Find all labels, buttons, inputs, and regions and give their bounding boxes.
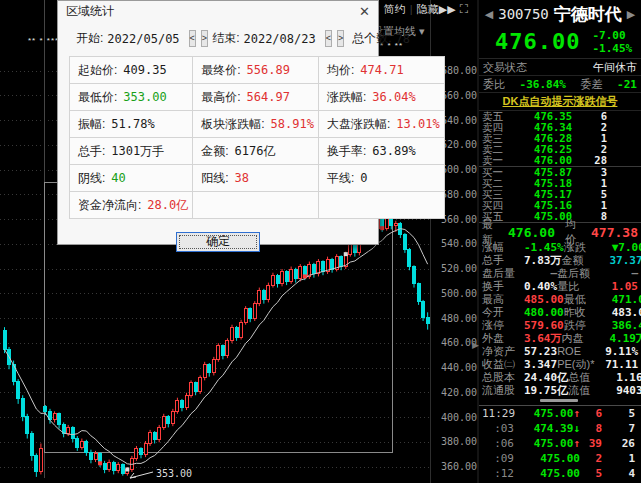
start-prev-button[interactable]: < xyxy=(189,30,196,47)
stock-app-window: 680.00660.00640.00620.00600.00580.00560.… xyxy=(0,0,641,483)
order-book-row[interactable]: 卖一476.0028 xyxy=(479,155,641,166)
count-value: 78 xyxy=(396,32,410,46)
tick-text: 2 xyxy=(580,451,604,466)
stat-text: 总股本 xyxy=(482,371,524,384)
stat-text: 0.40% xyxy=(524,280,557,293)
stat-cell: 阴线:40 xyxy=(70,165,193,192)
stat-text: 4.19万 xyxy=(610,332,641,345)
end-label: 结束: xyxy=(212,30,239,47)
stat-cell: 换手率:63.89% xyxy=(318,138,444,165)
stat-text: 金额 xyxy=(562,254,610,267)
stat-cell: 大盘涨跌幅:13.01% xyxy=(318,111,444,138)
stat-row: 总股本24.40亿 总值1.16万亿 xyxy=(479,371,641,384)
stat-text: 579.60 xyxy=(524,319,564,332)
tick-text: :03 xyxy=(482,421,518,436)
scrollbar-thumb[interactable] xyxy=(540,399,578,402)
stat-cell: 平线:0 xyxy=(318,165,444,192)
order-book-row[interactable]: 买五475.008 xyxy=(479,211,641,222)
ob-qty: 28 xyxy=(572,155,641,166)
stat-text: -1.45% xyxy=(524,241,564,254)
dialog-title: 区域统计 xyxy=(66,3,114,20)
svg-text:480.00: 480.00 xyxy=(441,313,477,324)
stat-row: 涨停579.60 跌停386.40 xyxy=(479,319,641,332)
stat-cell: 资金净流向:28.0亿 xyxy=(70,192,193,219)
hide-panel-button[interactable]: 隐藏▶▶ xyxy=(417,2,456,17)
svg-text:580.00: 580.00 xyxy=(441,189,477,200)
dk-signal-link[interactable]: DK点自动提示涨跌信号 xyxy=(503,94,618,109)
ob-price: 475.00 xyxy=(516,211,572,222)
weibi-label: 委比 xyxy=(483,77,505,92)
tick-text: 39 xyxy=(580,436,604,451)
tick-row: :12475.0054 xyxy=(479,466,641,481)
table-row: 总手:1301万手金额:6176亿换手率:63.89% xyxy=(70,138,445,165)
end-next-button[interactable]: > xyxy=(337,30,344,47)
stat-text: 净资产 xyxy=(482,345,524,358)
table-row: 阴线:40阳线:38平线:0 xyxy=(70,165,445,192)
region-stats-table: 起始价:409.35最终价:556.89均价:474.71最低价:353.00最… xyxy=(69,56,445,219)
tick-text: 1 xyxy=(604,451,638,466)
next-stock-icon[interactable]: ▶ xyxy=(627,8,635,21)
last-price: 476.00 xyxy=(495,29,580,54)
simple-mode-button[interactable]: 简约 xyxy=(384,2,406,17)
stat-text: 471.00 xyxy=(612,293,641,306)
stat-text: 最低 xyxy=(564,293,612,306)
stat-text: 最高 xyxy=(482,293,524,306)
tick-text: :12 xyxy=(482,466,518,481)
tick-list[interactable]: 11:29475.00↑65:03474.39↓87:06475.00↑3926… xyxy=(479,406,641,483)
tick-text: :09 xyxy=(482,451,518,466)
chart-toolbar: | 简约 | 隐藏▶▶ ⛶ xyxy=(377,0,477,18)
order-book: 卖五476.356卖四476.342卖三476.281卖二476.252卖一47… xyxy=(479,111,641,222)
panel-scrollbar[interactable] xyxy=(479,397,641,406)
latest-row: 最新 476.00 均价 477.38 xyxy=(479,222,641,241)
stats-section: 涨幅-1.45% 涨跌▼7.00总手7.83万 金额37.37亿盘后量— 盘后额… xyxy=(479,241,641,397)
stat-cell: 最终价:556.89 xyxy=(193,57,319,84)
stat-cell: 阳线:38 xyxy=(193,165,319,192)
stat-text: 57.23 xyxy=(524,345,557,358)
start-label: 开始: xyxy=(76,30,103,47)
toolbar-separator: | xyxy=(410,3,413,15)
stat-text: — xyxy=(524,267,557,280)
stat-text: 1.16万亿 xyxy=(616,371,641,384)
stat-text: 485.00 xyxy=(524,293,564,306)
dk-signal-row: DK点自动提示涨跌信号 xyxy=(479,93,641,111)
stat-cell: 板块涨跌幅:58.91% xyxy=(193,111,319,138)
svg-text:640.00: 640.00 xyxy=(441,115,477,126)
svg-text:680.00: 680.00 xyxy=(441,65,477,76)
stat-text: 涨幅 xyxy=(482,241,524,254)
panel-collapse-handle[interactable]: ▶ xyxy=(472,340,479,350)
start-next-button[interactable]: > xyxy=(201,30,208,47)
stat-row: 最高485.00 最低471.00 xyxy=(479,293,641,306)
tick-text: 8 xyxy=(580,421,604,436)
stat-text: 流通股 xyxy=(482,384,524,397)
stat-text: 总手 xyxy=(482,254,524,267)
stat-text: ROE xyxy=(557,345,605,358)
end-prev-button[interactable]: < xyxy=(325,30,332,47)
stat-cell: 起始价:409.35 xyxy=(70,57,193,84)
svg-text:360.00: 360.00 xyxy=(441,461,477,472)
stat-text: 19.75亿 xyxy=(524,384,568,397)
stat-row: 总手7.83万 金额37.37亿 xyxy=(479,254,641,267)
tick-text: 4 xyxy=(604,466,638,481)
expand-icon[interactable]: ⛶ xyxy=(460,2,468,16)
tick-text: 6 xyxy=(580,406,604,421)
weicha-value: -21 xyxy=(617,78,637,91)
svg-text:540.00: 540.00 xyxy=(441,238,477,249)
region-stats-dialog: 区域统计 ✕ 开始: 2022/05/05 < > 结束: 2022/08/23… xyxy=(57,0,379,245)
close-icon[interactable]: ✕ xyxy=(359,4,370,19)
stat-text: 涨跌 xyxy=(564,241,612,254)
weibi-value: -36.84% xyxy=(520,78,566,91)
stat-text: 盘后额 xyxy=(557,267,605,280)
svg-text:353.00: 353.00 xyxy=(156,468,192,479)
end-date-value: 2022/08/23 xyxy=(243,32,315,46)
dialog-titlebar[interactable]: 区域统计 ✕ xyxy=(58,1,378,22)
table-row: 最低价:353.00最高价:564.97涨跌幅:36.04% xyxy=(70,84,445,111)
trade-status-value: 午间休市 xyxy=(593,60,637,75)
stat-text: 9403亿 xyxy=(616,384,641,397)
table-row: 振幅:51.78%板块涨跌幅:58.91%大盘涨跌幅:13.01% xyxy=(70,111,445,138)
price-change: -7.00 -1.45% xyxy=(592,29,632,55)
ok-button[interactable]: 确定 xyxy=(176,232,260,252)
stat-row: 外盘3.64万 内盘4.19万 xyxy=(479,332,641,345)
tick-text: :06 xyxy=(482,436,518,451)
prev-stock-icon[interactable]: ◀ xyxy=(485,8,493,21)
stat-row: 今开480.00 昨收483.00 xyxy=(479,306,641,319)
